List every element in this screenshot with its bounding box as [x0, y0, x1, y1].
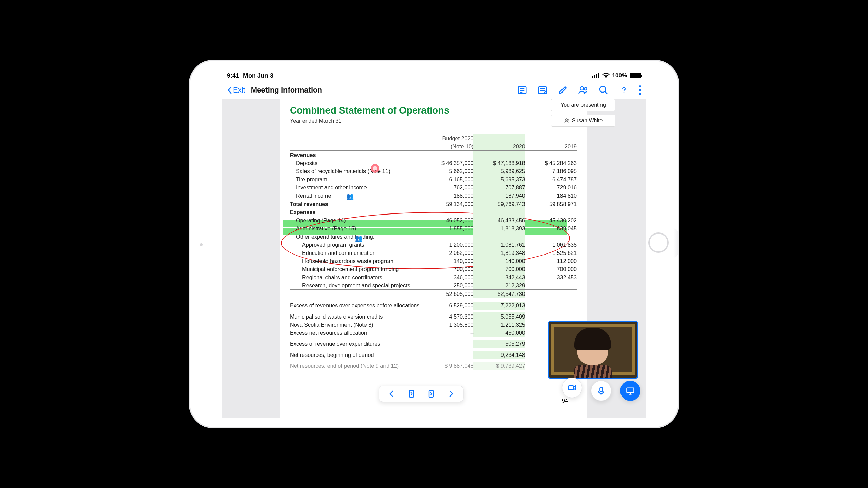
exit-button[interactable]: Exit [227, 86, 245, 95]
present-button[interactable] [620, 381, 640, 401]
row-deposits: Deposits [290, 159, 422, 167]
nav-icons [517, 85, 641, 95]
svg-rect-17 [409, 390, 414, 397]
col-2019: 2019 [525, 142, 577, 151]
speaker-icon [564, 118, 570, 124]
page-navigator [379, 386, 464, 402]
document-backdrop: 👥 👥 Combined Statement of Operations Yea… [222, 99, 646, 418]
battery-icon [630, 73, 641, 78]
financial-table: Budget 2020 (Note 10) 2020 2019 Revenues… [290, 134, 577, 370]
presenting-banner: You are presenting [551, 99, 615, 111]
svg-rect-18 [429, 390, 433, 397]
pen-icon[interactable] [558, 85, 568, 95]
last-doc-icon[interactable] [427, 389, 436, 398]
row-exp-total-a: 52,605,000 [422, 290, 473, 298]
svg-rect-2 [596, 74, 597, 78]
svg-point-11 [584, 87, 587, 90]
camera-sublabel: 94 [562, 398, 568, 404]
first-doc-icon[interactable] [407, 389, 416, 398]
status-time: 9:41 [227, 72, 239, 79]
document-page[interactable]: 👥 👥 Combined Statement of Operations Yea… [280, 99, 587, 418]
row-operating: Operating (Page 14) [290, 216, 422, 224]
camera-button[interactable] [562, 378, 582, 398]
row-msw: Municipal solid waste diversion credits [290, 312, 422, 321]
row-admin: Administrative (Page 15) [290, 224, 422, 232]
svg-point-12 [600, 86, 606, 92]
svg-point-15 [624, 92, 625, 93]
row-rental: Rental income [290, 191, 422, 200]
row-total-revenues: Total revenues [290, 200, 422, 208]
cellular-icon [592, 73, 599, 78]
speaker-banner: Susan White [551, 115, 615, 127]
exit-label: Exit [233, 86, 245, 95]
notes-icon[interactable] [537, 85, 548, 95]
col-2020: 2020 [473, 142, 525, 151]
svg-rect-19 [569, 386, 574, 390]
page-indicator-dot [200, 243, 203, 246]
nav-bar: Exit Meeting Information [222, 81, 646, 99]
home-button[interactable] [648, 232, 669, 253]
row-chairs: Regional chairs and coordinators [290, 273, 422, 281]
video-person [574, 331, 612, 379]
speaker-name: Susan White [572, 118, 603, 124]
row-muni-enf: Municipal enforcement program funding [290, 265, 422, 273]
present-icon [626, 386, 635, 395]
camera-icon [567, 383, 577, 392]
svg-rect-0 [592, 76, 593, 78]
next-page-icon[interactable] [447, 389, 455, 398]
chevron-left-icon [227, 86, 232, 94]
row-excess-before: Excess of revenues over expenses before … [290, 302, 422, 310]
laser-pointer-marker [371, 164, 379, 173]
row-begin: Net resources, beginning of period [290, 351, 422, 359]
svg-point-4 [605, 77, 606, 78]
mic-icon [596, 386, 606, 395]
row-tire: Tire program [290, 175, 422, 183]
comment-people-icon[interactable]: 👥 [355, 235, 362, 242]
comment-people-icon[interactable]: 👥 [346, 192, 354, 200]
svg-line-13 [605, 91, 608, 94]
battery-percent: 100% [612, 72, 627, 79]
svg-rect-20 [600, 387, 603, 392]
prev-page-icon[interactable] [388, 389, 396, 398]
col-budget-l2: (Note 10) [422, 142, 473, 151]
svg-rect-21 [627, 388, 634, 393]
expenses-header: Expenses [290, 208, 422, 216]
row-excess-net: Excess net resources allocation [290, 329, 422, 337]
row-hhw: Household hazardous waste program [290, 257, 422, 265]
revenues-header: Revenues [290, 151, 422, 159]
status-date: Mon Jun 3 [243, 72, 273, 79]
mic-button[interactable] [591, 381, 611, 401]
meeting-controls: 94 [562, 378, 640, 404]
doc-title: Combined Statement of Operations [290, 105, 577, 116]
row-invest: Investment and other income [290, 183, 422, 191]
help-icon[interactable] [619, 85, 629, 95]
row-research: Research, development and special projec… [290, 281, 422, 290]
minutes-icon[interactable] [517, 85, 527, 95]
svg-rect-3 [598, 73, 599, 78]
more-menu-icon[interactable] [639, 85, 641, 95]
row-nse: Nova Scotia Environment (Note 8) [290, 321, 422, 329]
row-educ: Education and communication [290, 249, 422, 257]
row-excess-over: Excess of revenue over expenditures [290, 340, 422, 348]
status-right: 100% [592, 72, 641, 79]
svg-point-16 [565, 119, 567, 121]
status-bar: 9:41 Mon Jun 3 100% [222, 70, 646, 81]
search-icon[interactable] [598, 85, 609, 95]
col-budget-l1: Budget 2020 [422, 134, 473, 142]
screen: 9:41 Mon Jun 3 100% Exit Meeting Informa… [222, 70, 646, 418]
nav-title: Meeting Information [251, 86, 322, 95]
svg-point-10 [580, 87, 584, 90]
edge-pill-right [673, 228, 678, 258]
participants-icon[interactable] [578, 85, 588, 95]
svg-rect-1 [594, 75, 595, 78]
row-end: Net resources, end of period (Note 9 and… [290, 362, 422, 370]
wifi-icon [602, 73, 610, 78]
video-thumbnail[interactable] [548, 321, 638, 379]
doc-subtitle: Year ended March 31 [290, 118, 577, 124]
row-recyclable: Sales of recyclable materials (Note 11) [290, 167, 422, 175]
tablet-device: 9:41 Mon Jun 3 100% Exit Meeting Informa… [190, 61, 678, 427]
presenter-banners: You are presenting Susan White [551, 99, 615, 130]
